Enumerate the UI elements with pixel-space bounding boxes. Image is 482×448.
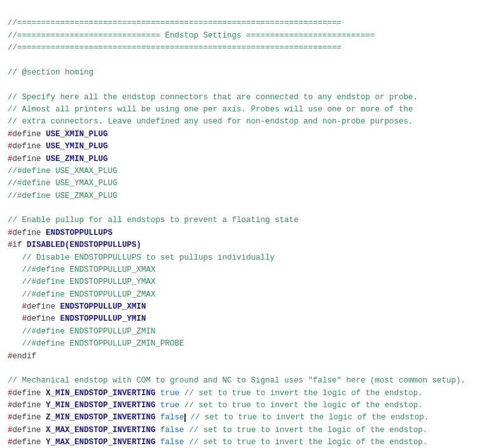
commented-pullup-zmax: //#define ENDSTOPPULLUP_ZMAX xyxy=(8,290,156,299)
commented-pullup-xmax: //#define ENDSTOPPULLUP_XMAX xyxy=(8,265,156,274)
commented-pullup-zmin: //#define ENDSTOPPULLUP_ZMIN xyxy=(8,327,156,336)
endif-directive: #endif xyxy=(8,352,36,361)
comment-pullup: // Enable pullup for all endstops to pre… xyxy=(8,216,299,225)
code-editor: //======================================… xyxy=(8,5,474,448)
define-xmin-inverting: #define X_MIN_ENDSTOP_INVERTING true // … xyxy=(8,389,423,398)
comment-mechanical: // Mechanical endstop with COM to ground… xyxy=(8,376,465,385)
define-ymin-inverting: #define Y_MIN_ENDSTOP_INVERTING true // … xyxy=(8,401,423,410)
comment-disable-pullups: // Disable ENDSTOPPULLUPS to set pullups… xyxy=(8,253,275,262)
commented-pullup-zmin-probe: //#define ENDSTOPPULLUP_ZMIN_PROBE xyxy=(8,339,184,348)
define-pullup-ymin: #define ENDSTOPPULLUP_YMIN xyxy=(8,314,146,323)
if-disabled: #if DISABLED(ENDSTOPPULLUPS) xyxy=(8,241,141,249)
comment-specify: // Specify here all the endstop connecto… xyxy=(8,93,418,102)
separator-line-2: //============================== Endstop… xyxy=(8,31,375,40)
separator-line-3: //======================================… xyxy=(8,43,341,52)
commented-pullup-ymax: //#define ENDSTOPPULLUP_YMAX xyxy=(8,277,156,286)
define-endstoppullups: #define ENDSTOPPULLUPS xyxy=(8,228,113,237)
commented-ymax: //#define USE_YMAX_PLUG xyxy=(8,179,118,188)
section-comment: // @section homing xyxy=(8,68,93,77)
define-ymax-inverting: #define Y_MAX_ENDSTOP_INVERTING false //… xyxy=(8,438,427,447)
define-use-ymin: #define USE_YMIN_PLUG xyxy=(8,142,108,151)
define-use-xmin: #define USE_XMIN_PLUG xyxy=(8,130,108,139)
define-zmin-inverting: #define Z_MIN_ENDSTOP_INVERTING false //… xyxy=(8,413,429,422)
commented-zmax: //#define USE_ZMAX_PLUG xyxy=(8,192,118,200)
commented-xmax: //#define USE_XMAX_PLUG xyxy=(8,167,118,176)
define-xmax-inverting: #define X_MAX_ENDSTOP_INVERTING false //… xyxy=(8,426,427,435)
define-pullup-xmin: #define ENDSTOPPULLUP_XMIN xyxy=(8,302,146,311)
comment-almost: // Almost all printers will be using one… xyxy=(8,105,413,114)
separator-line-1: //======================================… xyxy=(8,18,341,27)
define-use-zmin: #define USE_ZMIN_PLUG xyxy=(8,155,108,164)
comment-extra: // extra connectors. Leave undefined any… xyxy=(8,117,413,126)
